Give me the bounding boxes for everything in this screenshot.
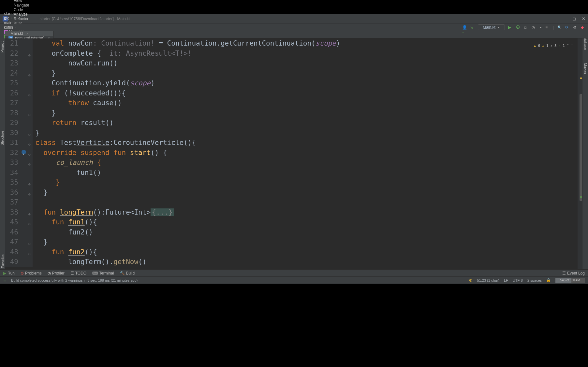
code-line[interactable]: 33⊖ co_launch { xyxy=(5,158,576,168)
code-line[interactable]: 30⊖} xyxy=(5,128,576,138)
file-encoding[interactable]: UTF-8 xyxy=(513,278,523,282)
code-line[interactable]: 25 Continuation.yield(scope) xyxy=(5,78,576,88)
window-maximize-icon[interactable]: ◻ xyxy=(572,16,576,21)
line-number: 26 xyxy=(5,88,21,98)
code-line[interactable]: 46 fun2() xyxy=(5,227,576,237)
line-number: 36 xyxy=(5,188,21,198)
code-line[interactable]: 31⊖class TestVerticle:CoroutineVerticle(… xyxy=(5,138,576,148)
line-number: 33 xyxy=(5,158,21,168)
line-number: 37 xyxy=(5,197,21,207)
right-tool-stripe: Database Maven xyxy=(582,38,588,269)
run-configuration-dropdown[interactable]: Main.kt xyxy=(478,24,505,30)
indent-settings[interactable]: 2 spaces xyxy=(527,278,542,282)
window-minimize-icon[interactable]: — xyxy=(562,16,566,21)
line-number: 21 xyxy=(5,38,21,49)
code-line[interactable]: 47⊖ } xyxy=(5,237,576,247)
line-number: 35 xyxy=(5,177,21,188)
status-bar: ☰ Build completed successfully with 2 wa… xyxy=(0,276,588,284)
editor-tab[interactable]: Main.kt× xyxy=(5,31,53,36)
line-number: 22 xyxy=(5,49,21,59)
settings-icon[interactable] xyxy=(573,25,578,30)
window-title: starter [C:\Users\10756\Downloads\starte… xyxy=(39,17,130,21)
code-line[interactable]: 48⊖ fun fun2(){ xyxy=(5,247,576,257)
line-number: 25 xyxy=(5,78,21,88)
line-number: 38 xyxy=(5,207,21,218)
search-everywhere-icon[interactable] xyxy=(557,25,562,30)
code-line[interactable]: 22⊖ onComplete { it: AsyncResult<T!>! xyxy=(5,49,576,59)
add-configuration-icon[interactable]: 👤+ xyxy=(462,25,467,30)
line-number: 48 xyxy=(5,247,21,257)
tool-window-maven[interactable]: Maven xyxy=(583,63,587,74)
coverage-button[interactable] xyxy=(524,25,528,30)
breadcrumb-item[interactable]: main〉 xyxy=(3,21,35,25)
code-line[interactable]: 29 return result() xyxy=(5,118,576,128)
breadcrumb-item[interactable]: starter〉 xyxy=(3,11,35,16)
tool-window-build[interactable]: 🔨Build xyxy=(120,271,135,275)
stop-button[interactable] xyxy=(545,25,550,30)
code-line[interactable]: 36⊖ } xyxy=(5,188,576,198)
code-line[interactable]: 34 fun1() xyxy=(5,168,576,178)
tool-window-favorites[interactable]: Favorites xyxy=(1,253,5,268)
run-button[interactable] xyxy=(508,25,513,30)
tool-window-terminal[interactable]: ⌨Terminal xyxy=(92,271,114,275)
ide-window: IJ FileEditViewNavigateCodeAnalyzeRefact… xyxy=(0,14,588,284)
code-line[interactable]: 24⊖ } xyxy=(5,68,576,78)
code-line[interactable]: 49 longTerm().getNow() xyxy=(5,257,576,267)
readonly-lock-icon[interactable] xyxy=(546,278,551,282)
code-line[interactable]: 45⊖ fun fun1(){ xyxy=(5,217,576,227)
tool-window-project[interactable]: Project xyxy=(1,41,5,52)
line-number: 30 xyxy=(5,128,21,138)
line-number: 46 xyxy=(5,227,21,237)
background-tasks-icon[interactable]: ◐ xyxy=(469,278,472,282)
left-tool-stripe: Project Structure Favorites xyxy=(0,38,5,269)
code-line[interactable]: 38⊕ fun longTerm():Future<Int>{...} xyxy=(5,207,576,218)
tool-window-profiler[interactable]: ◔Profiler xyxy=(48,271,65,275)
line-number: 28 xyxy=(5,108,21,118)
code-line[interactable]: 21 val nowCon: Continuation! = Continuat… xyxy=(5,38,576,49)
tool-window-structure[interactable]: Structure xyxy=(1,131,5,146)
editor[interactable]: ▲6 ▲1 ⎀3 ✓1 ˆ ˇ 21 val nowCon: Continuat… xyxy=(5,38,582,269)
code-line[interactable]: 35⊖ } xyxy=(5,177,576,188)
build-icon[interactable]: ↘ xyxy=(470,25,475,30)
tool-window-problems[interactable]: ⊘Problems xyxy=(21,271,42,275)
more-run-dropdown[interactable] xyxy=(539,27,542,28)
caret-position[interactable]: 51:23 (1 char) xyxy=(477,278,499,282)
line-number: 24 xyxy=(5,68,21,78)
line-number: 45 xyxy=(5,217,21,227)
status-message: Build completed successfully with 2 warn… xyxy=(11,278,464,282)
memory-indicator[interactable]: 546 of 1014M xyxy=(555,278,585,283)
tab-close-icon[interactable]: × xyxy=(26,32,28,35)
tool-window-run[interactable]: ▶Run xyxy=(3,271,15,275)
editor-tabs: Main.kt×mpom.xml (starter)× xyxy=(5,31,588,38)
line-number: 29 xyxy=(5,118,21,128)
event-log-button[interactable]: ☷Event Log xyxy=(562,271,585,275)
error-stripe[interactable] xyxy=(578,38,582,269)
tool-window-database[interactable]: Database xyxy=(583,38,587,50)
intellij-marketplace-icon[interactable]: ◆ xyxy=(581,25,585,30)
code-line[interactable]: 26⊖ if (!succeeded()){ xyxy=(5,88,576,98)
code-line[interactable]: 23 nowCon.run() xyxy=(5,58,576,68)
bottom-tool-stripe: ▶Run ⊘Problems ◔Profiler ☰TODO ⌨Terminal… xyxy=(0,269,588,276)
update-project-icon[interactable] xyxy=(565,25,570,30)
line-separator[interactable]: LF xyxy=(504,278,508,282)
line-number: 47 xyxy=(5,237,21,247)
navigation-bar: starter〉src〉main〉kotlin〉Main.kt〉TestVert… xyxy=(0,23,588,31)
menu-navigate[interactable]: Navigate xyxy=(11,3,32,7)
line-number: 27 xyxy=(5,98,21,108)
line-number: 49 xyxy=(5,257,21,267)
main-menu-bar: IJ FileEditViewNavigateCodeAnalyzeRefact… xyxy=(0,14,588,23)
code-line[interactable]: 28⊖ } xyxy=(5,108,576,118)
status-indicator-icon[interactable]: ☰ xyxy=(3,278,7,282)
code-line[interactable]: 37 xyxy=(5,197,576,207)
profile-button[interactable]: ◔ xyxy=(532,25,536,30)
menu-view[interactable]: View xyxy=(11,0,32,3)
override-gutter-icon[interactable] xyxy=(22,150,26,154)
breadcrumb-item[interactable]: kotlin〉 xyxy=(3,25,35,30)
debug-button[interactable] xyxy=(516,25,521,30)
line-number: 23 xyxy=(5,58,21,68)
tool-window-todo[interactable]: ☰TODO xyxy=(70,271,86,275)
code-line[interactable]: 32⊖ override suspend fun start() { xyxy=(5,148,576,158)
code-line[interactable]: 27 throw cause() xyxy=(5,98,576,108)
breadcrumb-item[interactable]: src〉 xyxy=(3,16,35,21)
window-close-icon[interactable]: ✕ xyxy=(582,16,585,21)
